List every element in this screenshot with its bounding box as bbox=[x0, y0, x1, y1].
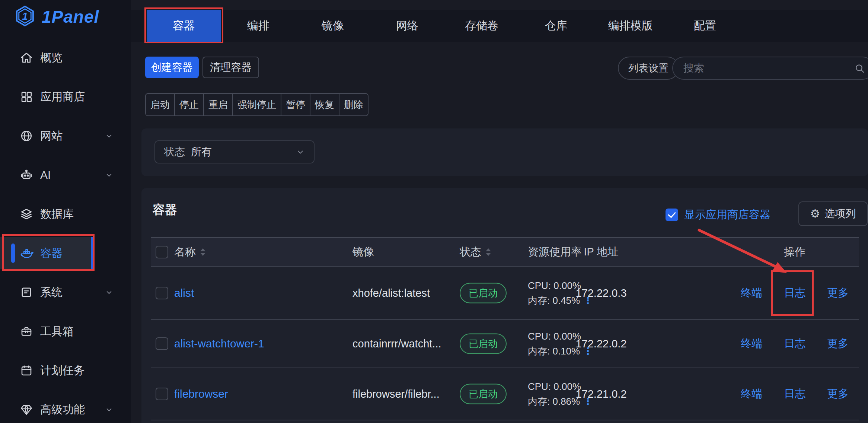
toolbox-icon bbox=[19, 324, 33, 338]
chevron-down-icon bbox=[104, 131, 114, 141]
tab-label: 仓库 bbox=[545, 18, 567, 34]
docker-whale-icon bbox=[19, 246, 33, 260]
show-appstore-checkbox[interactable] bbox=[666, 209, 678, 221]
gear-icon: ⚙ bbox=[810, 208, 820, 219]
sidebar-item-label: 网站 bbox=[40, 128, 63, 144]
clean-container-button[interactable]: 清理容器 bbox=[202, 57, 259, 78]
more-link[interactable]: 更多 bbox=[827, 286, 849, 300]
resume-button[interactable]: 恢复 bbox=[310, 94, 339, 115]
terminal-link[interactable]: 终端 bbox=[741, 336, 762, 351]
chevron-down-icon bbox=[295, 147, 306, 157]
show-appstore-label: 显示应用商店容器 bbox=[684, 207, 770, 222]
row-actions: 终端 日志 更多 bbox=[741, 286, 849, 300]
column-options-label: 选项列 bbox=[824, 207, 856, 221]
status-filter-value: 所有 bbox=[191, 145, 212, 159]
globe-icon bbox=[19, 129, 33, 143]
more-link[interactable]: 更多 bbox=[827, 336, 849, 351]
sidebar-item-cron[interactable]: 计划任务 bbox=[0, 354, 131, 387]
tab-volume[interactable]: 存储卷 bbox=[444, 10, 519, 42]
create-container-button[interactable]: 创建容器 bbox=[145, 57, 199, 78]
sidebar-item-system[interactable]: 系统 bbox=[0, 276, 131, 308]
sidebar-item-website[interactable]: 网站 bbox=[0, 120, 131, 152]
sidebar-item-label: AI bbox=[40, 169, 51, 181]
start-button[interactable]: 启动 bbox=[146, 94, 174, 115]
table-row-partial bbox=[151, 420, 859, 423]
brand-logo[interactable]: 1 1Panel bbox=[13, 4, 99, 29]
sort-icon[interactable] bbox=[486, 248, 491, 256]
brand-name: 1Panel bbox=[42, 7, 99, 27]
delete-button[interactable]: 删除 bbox=[339, 94, 368, 115]
calendar-icon bbox=[19, 363, 33, 378]
terminal-link[interactable]: 终端 bbox=[741, 387, 762, 401]
header-label: 名称 bbox=[174, 245, 196, 260]
container-ip: 172.22.0.2 bbox=[560, 338, 642, 350]
container-name-link[interactable]: filebrowser bbox=[174, 388, 228, 400]
log-link[interactable]: 日志 bbox=[784, 286, 805, 300]
column-header-action: 操作 bbox=[741, 245, 849, 260]
more-link[interactable]: 更多 bbox=[827, 387, 849, 401]
sidebar-item-label: 系统 bbox=[40, 285, 63, 300]
log-link[interactable]: 日志 bbox=[784, 336, 805, 351]
select-all-checkbox[interactable] bbox=[156, 246, 168, 258]
column-header-name[interactable]: 名称 bbox=[174, 245, 205, 260]
search-input[interactable] bbox=[683, 62, 847, 74]
column-header-status[interactable]: 状态 bbox=[460, 245, 491, 260]
sidebar-item-database[interactable]: 数据库 bbox=[0, 198, 131, 230]
sidebar-item-toolbox[interactable]: 工具箱 bbox=[0, 315, 131, 347]
tab-network[interactable]: 网络 bbox=[370, 10, 444, 42]
tab-container[interactable]: 容器 bbox=[147, 10, 221, 42]
sidebar-item-label: 概览 bbox=[40, 50, 63, 66]
tab-compose[interactable]: 编排 bbox=[221, 10, 296, 42]
sidebar-item-appstore[interactable]: 应用商店 bbox=[0, 81, 131, 113]
container-name-link[interactable]: alist-watchtower-1 bbox=[174, 337, 264, 350]
table-row: alist-watchtower-1 containrrr/watcht... … bbox=[151, 319, 859, 368]
container-table: 名称 镜像 状态 资源使用率 IP 地址 操作 alist xhofe/alis… bbox=[151, 237, 859, 423]
row-checkbox[interactable] bbox=[156, 337, 168, 350]
tab-compose-template[interactable]: 编排模版 bbox=[593, 10, 668, 42]
row-checkbox[interactable] bbox=[156, 287, 168, 299]
header-label: 状态 bbox=[460, 245, 481, 260]
search-icon[interactable] bbox=[854, 63, 866, 76]
container-ip: 172.22.0.3 bbox=[560, 287, 642, 299]
tab-image[interactable]: 镜像 bbox=[296, 10, 370, 42]
status-filter-select[interactable]: 状态 所有 bbox=[154, 140, 315, 163]
sidebar-item-container[interactable]: 容器 bbox=[0, 237, 131, 269]
row-checkbox[interactable] bbox=[156, 388, 168, 400]
table-row: alist xhofe/alist:latest 已启动 CPU: 0.00% … bbox=[151, 266, 859, 319]
terminal-link[interactable]: 终端 bbox=[741, 286, 762, 300]
list-settings-button[interactable]: 列表设置 bbox=[618, 57, 679, 80]
force-stop-button[interactable]: 强制停止 bbox=[232, 94, 281, 115]
status-badge: 已启动 bbox=[460, 384, 507, 404]
tab-setting[interactable]: 配置 bbox=[668, 10, 742, 42]
tab-label: 容器 bbox=[173, 18, 195, 34]
row-actions: 终端 日志 更多 bbox=[741, 336, 849, 351]
sidebar: 1 1Panel 概览 应用商店 网 bbox=[0, 0, 131, 423]
sidebar-item-label: 数据库 bbox=[40, 207, 74, 222]
container-image: containrrr/watcht... bbox=[352, 338, 441, 350]
log-link[interactable]: 日志 bbox=[784, 387, 805, 401]
tab-repo[interactable]: 仓库 bbox=[519, 10, 593, 42]
sort-icon[interactable] bbox=[200, 248, 205, 256]
container-name-link[interactable]: alist bbox=[174, 287, 194, 299]
sidebar-item-advanced[interactable]: 高级功能 bbox=[0, 394, 131, 423]
container-list-card: 容器 显示应用商店容器 ⚙ 选项列 名称 镜像 状态 资源使 bbox=[141, 188, 868, 423]
sidebar-item-ai[interactable]: AI bbox=[0, 159, 131, 191]
table-header: 名称 镜像 状态 资源使用率 IP 地址 操作 bbox=[151, 238, 859, 266]
stop-button[interactable]: 停止 bbox=[174, 94, 203, 115]
sidebar-menu: 概览 应用商店 网站 AI bbox=[0, 42, 131, 423]
sidebar-item-overview[interactable]: 概览 bbox=[0, 42, 131, 74]
chevron-down-icon bbox=[104, 287, 114, 297]
tab-label: 镜像 bbox=[322, 18, 344, 34]
restart-button[interactable]: 重启 bbox=[203, 94, 232, 115]
container-image: filebrowser/filebr... bbox=[352, 388, 440, 400]
1panel-logo-icon: 1 bbox=[13, 4, 36, 29]
tab-label: 编排 bbox=[247, 18, 269, 34]
container-image: xhofe/alist:latest bbox=[352, 287, 430, 299]
column-options-button[interactable]: ⚙ 选项列 bbox=[798, 201, 868, 226]
pause-button[interactable]: 暂停 bbox=[281, 94, 310, 115]
show-appstore-toggle[interactable]: 显示应用商店容器 bbox=[666, 207, 770, 222]
chevron-down-icon bbox=[104, 170, 114, 180]
column-header-ip: IP 地址 bbox=[560, 245, 642, 260]
tab-label: 配置 bbox=[694, 18, 716, 34]
batch-action-group: 启动 停止 重启 强制停止 暂停 恢复 删除 bbox=[145, 93, 368, 116]
